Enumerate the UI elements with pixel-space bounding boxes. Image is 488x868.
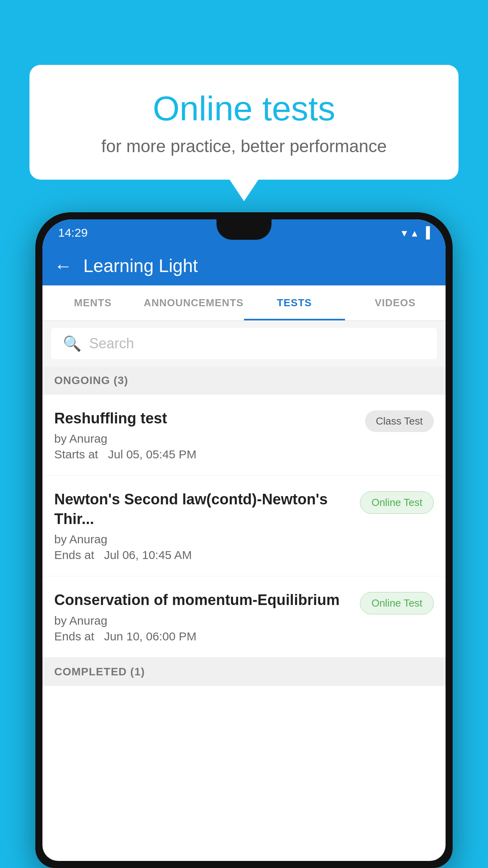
completed-section-header: COMPLETED (1) bbox=[42, 658, 446, 686]
bubble-title: Online tests bbox=[57, 88, 431, 129]
tab-ments[interactable]: MENTS bbox=[42, 285, 143, 320]
wifi-icon: ▾ bbox=[402, 226, 407, 239]
ongoing-section-header: ONGOING (3) bbox=[42, 366, 446, 395]
tabs-bar: MENTS ANNOUNCEMENTS TESTS VIDEOS bbox=[42, 285, 446, 321]
test-time-3: Ends at Jun 10, 06:00 PM bbox=[54, 630, 352, 643]
speech-bubble: Online tests for more practice, better p… bbox=[29, 65, 459, 180]
app-bar: ← Learning Light bbox=[42, 246, 446, 285]
back-button[interactable]: ← bbox=[54, 255, 72, 276]
test-item-3[interactable]: Conservation of momentum-Equilibrium by … bbox=[42, 576, 446, 657]
bubble-subtitle: for more practice, better performance bbox=[57, 136, 431, 156]
test-author-3: by Anurag bbox=[54, 614, 352, 627]
tab-announcements[interactable]: ANNOUNCEMENTS bbox=[143, 285, 244, 320]
search-placeholder-text: Search bbox=[89, 335, 134, 352]
test-badge-3: Online Test bbox=[360, 592, 434, 614]
status-icons: ▾ ▴ ▐ bbox=[402, 226, 430, 239]
test-item-2[interactable]: Newton's Second law(contd)-Newton's Thir… bbox=[42, 476, 446, 576]
notch bbox=[216, 219, 272, 240]
test-list: Reshuffling test by Anurag Starts at Jul… bbox=[42, 395, 446, 658]
test-name-2: Newton's Second law(contd)-Newton's Thir… bbox=[54, 490, 352, 529]
test-info-2: Newton's Second law(contd)-Newton's Thir… bbox=[54, 490, 352, 562]
phone-screen: 14:29 ▾ ▴ ▐ ← Learning Light MENTS ANNOU… bbox=[42, 219, 446, 861]
test-info-1: Reshuffling test by Anurag Starts at Jul… bbox=[54, 409, 357, 461]
battery-icon: ▐ bbox=[422, 226, 430, 239]
test-badge-2: Online Test bbox=[360, 491, 434, 514]
tab-videos[interactable]: VIDEOS bbox=[345, 285, 446, 320]
app-bar-title: Learning Light bbox=[83, 255, 198, 276]
test-item-1[interactable]: Reshuffling test by Anurag Starts at Jul… bbox=[42, 395, 446, 476]
test-author-2: by Anurag bbox=[54, 533, 352, 546]
time-value-3: Jun 10, 06:00 PM bbox=[104, 630, 196, 643]
test-badge-1: Class Test bbox=[365, 410, 434, 432]
time-label-2: Ends at bbox=[54, 548, 94, 561]
signal-icon: ▴ bbox=[412, 226, 417, 239]
test-time-1: Starts at Jul 05, 05:45 PM bbox=[54, 448, 357, 461]
test-time-2: Ends at Jul 06, 10:45 AM bbox=[54, 548, 352, 562]
test-name-3: Conservation of momentum-Equilibrium bbox=[54, 590, 352, 610]
time-value-1: Jul 05, 05:45 PM bbox=[108, 448, 196, 461]
search-container: 🔍 Search bbox=[42, 321, 446, 366]
status-bar: 14:29 ▾ ▴ ▐ bbox=[42, 219, 446, 246]
search-bar[interactable]: 🔍 Search bbox=[51, 328, 437, 359]
time-label-1: Starts at bbox=[54, 448, 98, 461]
tab-tests[interactable]: TESTS bbox=[244, 285, 345, 320]
search-icon: 🔍 bbox=[63, 335, 81, 352]
time-value-2: Jul 06, 10:45 AM bbox=[104, 548, 192, 561]
phone-frame: 14:29 ▾ ▴ ▐ ← Learning Light MENTS ANNOU… bbox=[35, 212, 453, 868]
test-info-3: Conservation of momentum-Equilibrium by … bbox=[54, 590, 352, 643]
status-time: 14:29 bbox=[58, 226, 88, 239]
time-label-3: Ends at bbox=[54, 630, 94, 643]
test-name-1: Reshuffling test bbox=[54, 409, 357, 428]
test-author-1: by Anurag bbox=[54, 432, 357, 445]
